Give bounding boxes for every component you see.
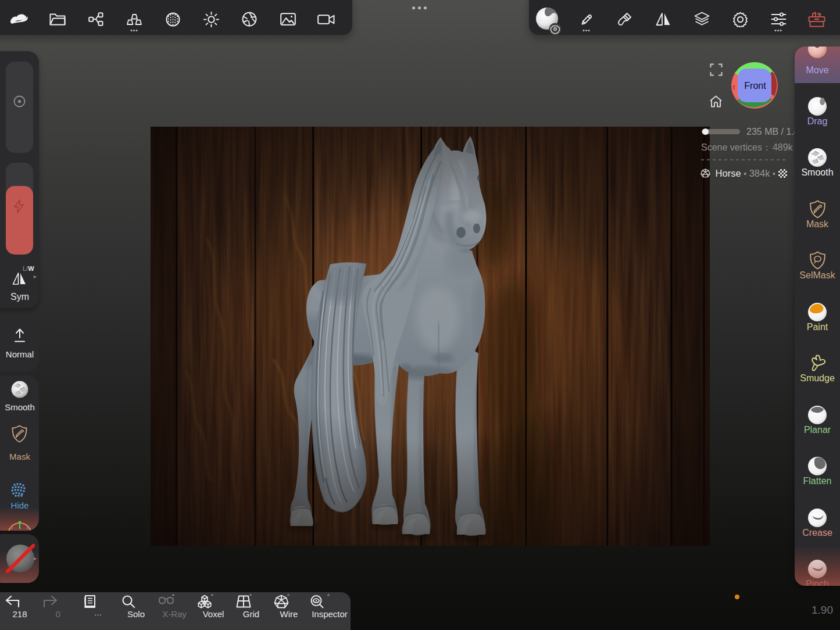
- svg-text:Front: Front: [744, 81, 766, 91]
- svg-text:t: t: [733, 84, 735, 91]
